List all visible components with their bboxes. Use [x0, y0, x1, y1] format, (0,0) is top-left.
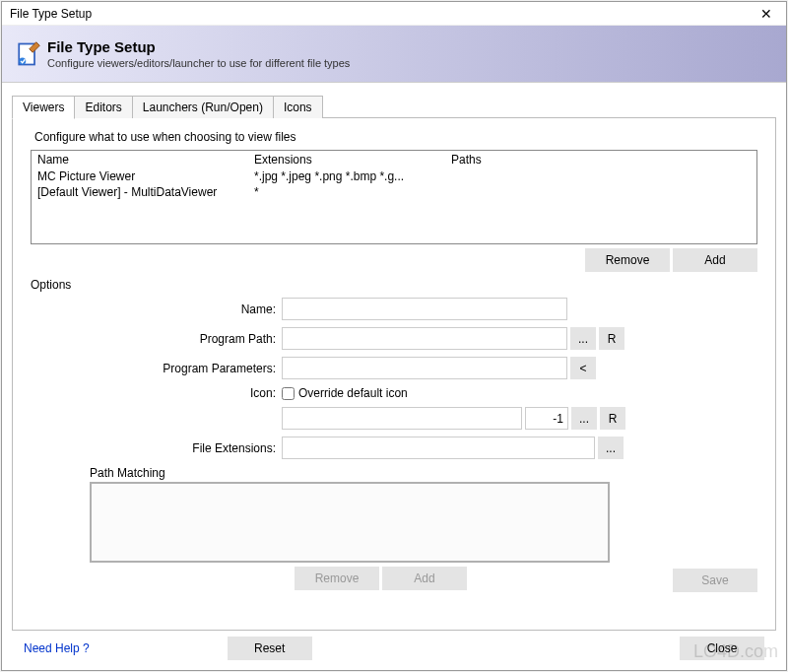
list-buttons: Remove Add [31, 248, 757, 272]
add-button[interactable]: Add [673, 248, 757, 272]
options-form: Name: Program Path: ... R Program Parame… [31, 298, 757, 590]
titlebar: File Type Setup ✕ [2, 2, 786, 26]
reset-icon-button[interactable]: R [600, 407, 625, 430]
program-path-input[interactable] [282, 327, 567, 350]
remove-button[interactable]: Remove [585, 248, 670, 272]
file-ext-input[interactable] [282, 437, 595, 459]
program-params-label: Program Parameters: [31, 362, 282, 375]
path-matching-section: Path Matching Remove Add [31, 466, 757, 590]
close-icon[interactable]: ✕ [755, 6, 778, 22]
list-item[interactable]: MC Picture Viewer *.jpg *.jpeg *.png *.b… [32, 168, 756, 184]
path-matching-list[interactable] [90, 482, 610, 563]
icon-index-input[interactable] [525, 407, 568, 430]
header-text: File Type Setup Configure viewers/editor… [47, 38, 350, 69]
icon-label: Icon: [31, 386, 282, 400]
tab-panel: Configure what to use when choosing to v… [12, 117, 776, 631]
content-area: Viewers Editors Launchers (Run/Open) Ico… [2, 83, 786, 670]
name-label: Name: [31, 302, 282, 316]
row-ext: * [254, 185, 451, 199]
options-section: Options Name: Program Path: ... R Progra… [31, 280, 757, 618]
reset-path-button[interactable]: R [599, 327, 624, 350]
tab-launchers[interactable]: Launchers (Run/Open) [132, 96, 274, 118]
list-header: Name Extensions Paths [32, 151, 756, 168]
reset-button[interactable]: Reset [228, 637, 312, 660]
viewer-list[interactable]: Name Extensions Paths MC Picture Viewer … [31, 150, 757, 244]
pm-remove-button[interactable]: Remove [295, 567, 379, 590]
tab-editors[interactable]: Editors [74, 96, 132, 118]
watermark: LO4D.com [693, 641, 778, 662]
path-matching-label: Path Matching [90, 466, 757, 480]
program-params-input[interactable] [282, 357, 567, 379]
row-ext: *.jpg *.jpeg *.png *.bmp *.g... [254, 169, 451, 183]
pm-add-button[interactable]: Add [382, 567, 467, 590]
row-name: MC Picture Viewer [37, 169, 254, 183]
col-extensions[interactable]: Extensions [254, 153, 451, 167]
row-paths [451, 169, 751, 183]
row-name: [Default Viewer] - MultiDataViewer [37, 185, 254, 199]
app-icon [14, 40, 41, 68]
browse-path-button[interactable]: ... [570, 327, 596, 350]
file-ext-label: File Extensions: [31, 441, 282, 455]
header-title: File Type Setup [47, 38, 350, 55]
icon-path-input[interactable] [282, 407, 522, 430]
ext-menu-button[interactable]: ... [598, 437, 624, 459]
options-label: Options [31, 278, 757, 292]
tab-strip: Viewers Editors Launchers (Run/Open) Ico… [12, 95, 776, 118]
override-icon-label: Override default icon [298, 386, 408, 400]
list-item[interactable]: [Default Viewer] - MultiDataViewer * [32, 184, 756, 200]
save-button[interactable]: Save [673, 569, 757, 592]
override-icon-checkbox[interactable] [282, 387, 295, 400]
col-paths[interactable]: Paths [451, 153, 751, 167]
window-title: File Type Setup [10, 7, 755, 21]
params-menu-button[interactable]: < [570, 357, 596, 379]
dialog-window: File Type Setup ✕ File Type Setup Config… [1, 1, 787, 671]
program-path-label: Program Path: [31, 332, 282, 346]
header-banner: File Type Setup Configure viewers/editor… [2, 26, 786, 83]
help-link[interactable]: Need Help ? [24, 641, 90, 655]
footer: Need Help ? Reset Close [12, 631, 776, 666]
col-name[interactable]: Name [37, 153, 254, 167]
panel-description: Configure what to use when choosing to v… [34, 130, 757, 144]
name-input[interactable] [282, 298, 567, 320]
browse-icon-button[interactable]: ... [571, 407, 597, 430]
row-paths [451, 185, 751, 199]
tab-icons[interactable]: Icons [273, 96, 323, 118]
tab-viewers[interactable]: Viewers [12, 96, 75, 119]
header-subtitle: Configure viewers/editors/launcher to us… [47, 57, 350, 69]
